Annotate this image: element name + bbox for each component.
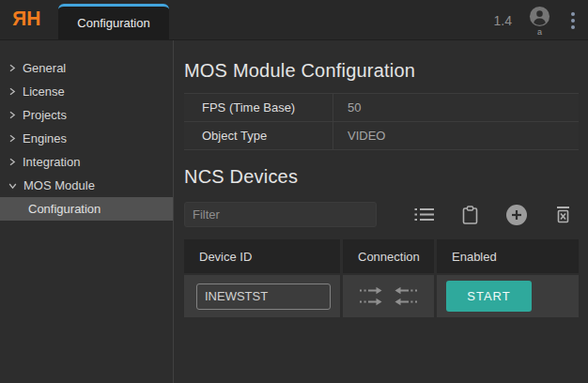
sidebar-item-license[interactable]: License: [0, 80, 173, 103]
add-device-button[interactable]: [504, 203, 529, 227]
list-icon: [414, 207, 434, 222]
clipboard-icon: [462, 206, 478, 224]
setting-value: 50: [333, 100, 361, 115]
outgoing-arrow-icon: [359, 286, 382, 295]
version-label: 1.4: [494, 13, 512, 28]
tab-label: Configuration: [77, 16, 149, 30]
avatar-icon: [529, 6, 550, 27]
sidebar-item-mos-module[interactable]: MOS Module: [0, 174, 173, 197]
chevron-right-icon: [8, 87, 16, 96]
mos-settings-table: FPS (Time Base) 50 Object Type VIDEO: [184, 93, 579, 150]
chevron-right-icon: [8, 111, 16, 119]
app-logo: RH: [11, 7, 41, 30]
add-icon: [506, 205, 527, 225]
incoming-arrow-icon: [395, 298, 418, 306]
sidebar-item-projects[interactable]: Projects: [0, 103, 173, 127]
list-view-button[interactable]: [412, 206, 436, 223]
tab-configuration[interactable]: Configuration: [58, 4, 169, 39]
incoming-arrow-icon: [395, 286, 418, 295]
column-header-enabled: Enabled: [437, 239, 579, 273]
app-window: RH Configuration 1.4 a General: [0, 0, 588, 383]
page-title: MOS Module Configuration: [184, 60, 579, 82]
filter-input[interactable]: [184, 202, 377, 227]
outgoing-arrow-icon: [359, 298, 382, 306]
avatar-username: a: [537, 28, 542, 37]
setting-row-object-type[interactable]: Object Type VIDEO: [184, 122, 579, 150]
device-id-cell: [184, 275, 340, 317]
top-bar: RH Configuration 1.4 a: [0, 0, 588, 40]
setting-label: FPS (Time Base): [184, 94, 333, 121]
sidebar-nav: General License Projects Engines Integra…: [0, 40, 174, 383]
devices-table: Device ID Connection Enabled: [184, 239, 579, 317]
overflow-menu-icon[interactable]: [567, 8, 579, 33]
ncs-devices-title: NCS Devices: [184, 166, 579, 188]
chevron-right-icon: [8, 64, 16, 72]
paste-button[interactable]: [460, 204, 480, 226]
user-avatar[interactable]: a: [529, 6, 550, 37]
start-button[interactable]: START: [446, 281, 532, 312]
chevron-right-icon: [8, 134, 16, 143]
sidebar-item-integration[interactable]: Integration: [0, 150, 173, 174]
chevron-right-icon: [8, 158, 16, 166]
setting-value: VIDEO: [333, 129, 385, 143]
sidebar-item-engines[interactable]: Engines: [0, 127, 173, 150]
enabled-cell: START: [437, 275, 579, 317]
sidebar-item-mos-configuration[interactable]: Configuration: [0, 197, 173, 221]
setting-row-fps[interactable]: FPS (Time Base) 50: [184, 94, 579, 122]
chevron-down-icon: [8, 182, 17, 190]
column-header-device-id: Device ID: [184, 239, 340, 273]
device-id-input[interactable]: [196, 283, 331, 310]
sidebar-item-general[interactable]: General: [0, 56, 173, 80]
delete-icon: [555, 206, 571, 223]
main-panel: MOS Module Configuration FPS (Time Base)…: [174, 40, 588, 383]
delete-device-button[interactable]: [553, 204, 573, 225]
column-header-connection: Connection: [343, 239, 434, 273]
setting-label: Object Type: [184, 122, 333, 149]
devices-toolbar: [184, 202, 579, 227]
connection-cell: [343, 275, 434, 317]
